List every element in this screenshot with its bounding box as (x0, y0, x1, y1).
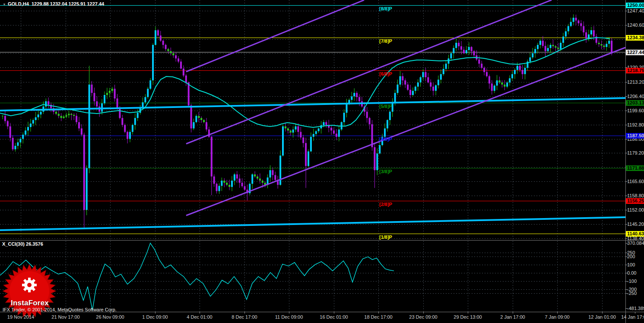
chart-menu-arrow-icon[interactable]: ▼ (3, 3, 6, 6)
grid (0, 0, 625, 312)
price-tag: 1250.00 (626, 3, 644, 8)
cci-tick-label: 0.00 (627, 270, 636, 276)
candle (476, 51, 477, 61)
candle (221, 177, 222, 191)
candle (325, 120, 327, 128)
price-tick-label: 1145.20 (627, 222, 644, 227)
candle (279, 150, 281, 186)
candle (35, 112, 37, 125)
candle (583, 22, 584, 36)
candle (550, 43, 552, 53)
candle (580, 20, 582, 31)
candle (63, 115, 65, 119)
candle (499, 77, 501, 84)
candle (27, 122, 29, 136)
candle (522, 65, 523, 79)
candle (272, 168, 273, 180)
candle (73, 113, 75, 120)
candle (264, 181, 266, 187)
candle (78, 117, 80, 131)
candle (22, 132, 24, 143)
candle (399, 71, 401, 87)
candle (448, 55, 450, 69)
candle (137, 109, 139, 121)
candle (195, 114, 197, 123)
candle (277, 176, 279, 189)
candle (545, 41, 546, 57)
candle (415, 86, 416, 94)
candle (552, 39, 554, 49)
time-axis-label: 23 Dec 09:00 (400, 314, 447, 320)
cci-tick-label: -481.3897 (627, 306, 644, 311)
chart-svg[interactable] (0, 0, 644, 323)
candle (193, 119, 195, 130)
cci-tick-label: 370.084 (627, 241, 644, 246)
candle (178, 56, 179, 63)
candle (249, 182, 251, 195)
candle (532, 48, 533, 59)
candle (358, 94, 360, 106)
candle (387, 119, 388, 132)
murrey-label: [4/8]P (379, 136, 392, 142)
candle (504, 80, 505, 90)
candle (162, 40, 164, 48)
candle (129, 130, 131, 142)
candle (241, 178, 243, 188)
candle (542, 36, 544, 48)
price-tick-label: 1213.20 (627, 79, 644, 85)
cci-curve (0, 243, 394, 310)
price-tag: 1171.88 (626, 165, 644, 171)
candle (440, 70, 442, 84)
candle (76, 113, 77, 124)
violet-trendline[interactable] (186, 48, 625, 215)
candle (402, 73, 403, 86)
candle (149, 78, 151, 90)
candle (445, 60, 447, 71)
price-tick-label: 1240.60 (627, 22, 644, 28)
candle (379, 142, 381, 155)
candle (259, 174, 261, 184)
candle (471, 46, 473, 55)
candle (404, 79, 406, 88)
candle (203, 119, 205, 124)
murrey-label: [8/8]P (379, 6, 392, 11)
candle (539, 39, 541, 48)
candle (190, 104, 192, 132)
candle (124, 124, 126, 133)
candle (511, 70, 513, 81)
candle (376, 149, 378, 175)
price-tag: 1187.50 (626, 133, 644, 139)
candle (282, 124, 284, 156)
chart-canvas[interactable] (0, 0, 644, 323)
candle (478, 55, 480, 67)
candle (366, 107, 368, 123)
candle (86, 165, 88, 215)
candle (170, 48, 171, 56)
candle (58, 110, 60, 118)
candle (417, 79, 419, 91)
candle (486, 68, 488, 77)
candle (180, 59, 182, 70)
candle (361, 97, 363, 108)
candle (267, 174, 269, 188)
candle (330, 126, 332, 135)
murrey-label: [3/8]P (379, 169, 392, 174)
candle (239, 174, 241, 188)
candle (175, 53, 177, 62)
price-tag: 1156.25 (626, 198, 644, 204)
time-axis-label: 19 Nov 2014 (0, 314, 44, 320)
price-tag: 1203.13 (626, 100, 644, 106)
candle (270, 165, 271, 182)
candle (356, 91, 358, 101)
candle (254, 171, 256, 178)
candle (231, 176, 233, 191)
ma-curve (0, 38, 610, 127)
cyan-trendline[interactable] (0, 217, 625, 230)
candle (213, 174, 215, 187)
candle (489, 75, 490, 89)
candle (91, 81, 93, 96)
candle (432, 83, 434, 96)
candle (407, 82, 409, 91)
candle (208, 127, 210, 138)
candle (147, 87, 149, 98)
